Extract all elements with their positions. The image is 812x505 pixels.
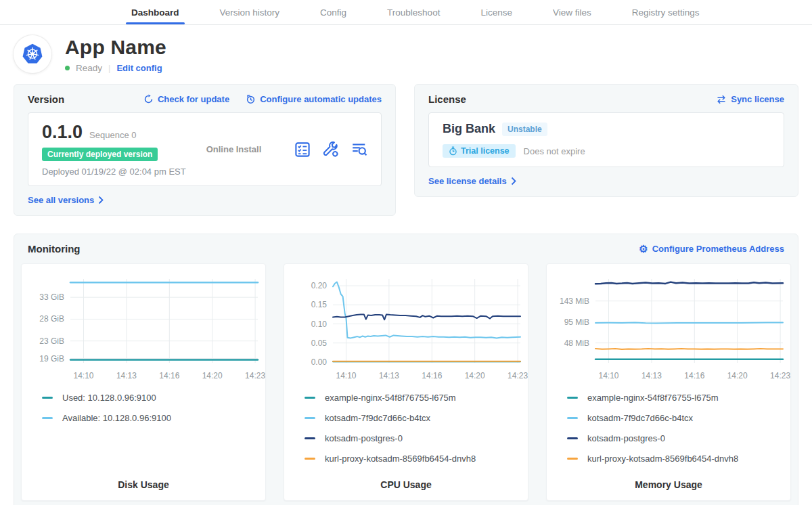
tab-view-files[interactable]: View files <box>551 0 593 24</box>
configure-automatic-updates-button[interactable]: Configure automatic updates <box>246 94 382 104</box>
legend-item: kotsadm-7f9dc7d66c-b4tcx <box>304 413 528 423</box>
svg-text:14:10: 14:10 <box>73 371 93 380</box>
ready-status-dot <box>65 66 70 70</box>
legend-item: Used: 10.128.0.96:9100 <box>42 393 265 403</box>
svg-text:14:13: 14:13 <box>116 371 137 380</box>
customer-name: Big Bank <box>443 122 495 136</box>
app-header: App Name Ready | Edit config <box>14 35 798 73</box>
svg-text:0.00: 0.00 <box>311 357 328 367</box>
legend-swatch <box>304 458 315 460</box>
svg-text:14:20: 14:20 <box>727 371 748 380</box>
legend-swatch <box>567 437 578 439</box>
memory-usage-legend: example-nginx-54f8f76755-l675mkotsadm-7f… <box>547 393 790 474</box>
kubernetes-icon <box>17 39 48 70</box>
see-all-versions-link[interactable]: See all versions <box>28 195 104 205</box>
deployed-timestamp: Deployed 01/19/22 @ 02:04 pm EST <box>42 167 186 177</box>
license-card: Big Bank Unstable Trial license <box>428 112 784 167</box>
legend-label: Used: 10.128.0.96:9100 <box>62 393 156 403</box>
svg-text:143 MiB: 143 MiB <box>560 297 589 306</box>
install-type: Online Install <box>206 144 262 154</box>
svg-text:28 GiB: 28 GiB <box>39 314 64 324</box>
see-license-details-link[interactable]: See license details <box>428 176 517 186</box>
tab-license[interactable]: License <box>479 0 514 24</box>
legend-item: kurl-proxy-kotsadm-8569fb6454-dnvh8 <box>567 454 790 464</box>
tab-registry-settings[interactable]: Registry settings <box>631 0 701 24</box>
legend-swatch <box>567 397 578 399</box>
chevron-right-icon <box>511 177 517 185</box>
svg-text:14:13: 14:13 <box>641 371 662 380</box>
app-logo <box>14 35 51 73</box>
svg-text:0.20: 0.20 <box>311 281 328 290</box>
legend-label: kotsadm-7f9dc7d66c-b4tcx <box>587 413 693 423</box>
version-number: 0.1.0 <box>42 122 83 143</box>
chevron-right-icon <box>98 196 104 204</box>
legend-label: example-nginx-54f8f76755-l675m <box>587 393 719 403</box>
current-version-card: 0.1.0 Sequence 0 Currently deployed vers… <box>28 112 382 186</box>
license-expiry: Does not expire <box>524 146 585 156</box>
svg-text:14:20: 14:20 <box>202 371 223 380</box>
legend-label: kotsadm-postgres-0 <box>587 433 665 443</box>
clock-refresh-icon <box>246 94 256 104</box>
preflight-checks-icon[interactable] <box>294 141 311 158</box>
sync-icon <box>716 95 727 104</box>
legend-swatch <box>304 437 315 439</box>
memory-usage-chart: 14:1014:1314:1614:2014:2348 MiB95 MiB143… <box>547 271 790 385</box>
stopwatch-icon <box>449 146 457 156</box>
legend-label: kurl-proxy-kotsadm-8569fb6454-dnvh8 <box>587 454 738 464</box>
disk-usage-chart-card: 14:1014:1314:1614:2014:2319 GiB23 GiB28 … <box>21 263 266 501</box>
license-panel-title: License <box>428 93 466 105</box>
channel-badge: Unstable <box>502 123 547 136</box>
legend-label: example-nginx-54f8f76755-l675m <box>325 393 456 403</box>
version-sequence: Sequence 0 <box>89 130 136 140</box>
disk-usage-chart: 14:1014:1314:1614:2014:2319 GiB23 GiB28 … <box>22 271 265 385</box>
legend-label: kotsadm-postgres-0 <box>325 433 403 443</box>
monitoring-section: Monitoring ⚙ Configure Prometheus Addres… <box>14 234 798 505</box>
legend-swatch <box>304 417 315 419</box>
svg-text:14:23: 14:23 <box>245 371 265 380</box>
legend-item: kotsadm-postgres-0 <box>304 433 528 443</box>
legend-label: kurl-proxy-kotsadm-8569fb6454-dnvh8 <box>325 454 476 464</box>
svg-text:23 GiB: 23 GiB <box>39 336 64 346</box>
app-status: Ready <box>76 63 102 73</box>
tab-troubleshoot[interactable]: Troubleshoot <box>386 0 441 24</box>
top-nav: Dashboard Version history Config Trouble… <box>0 0 812 25</box>
chart-title: CPU Usage <box>284 474 528 490</box>
svg-text:95 MiB: 95 MiB <box>564 317 589 327</box>
legend-item: kotsadm-postgres-0 <box>567 433 790 443</box>
legend-swatch <box>42 417 53 419</box>
legend-item: example-nginx-54f8f76755-l675m <box>304 393 528 403</box>
chart-title: Disk Usage <box>22 474 265 490</box>
svg-text:0.10: 0.10 <box>311 320 328 329</box>
legend-label: kotsadm-7f9dc7d66c-b4tcx <box>325 413 430 423</box>
deploy-logs-icon[interactable] <box>351 141 367 158</box>
legend-item: example-nginx-54f8f76755-l675m <box>567 393 790 403</box>
legend-item: Available: 10.128.0.96:9100 <box>42 413 265 423</box>
monitoring-title: Monitoring <box>28 243 80 255</box>
check-for-update-button[interactable]: Check for update <box>143 94 229 104</box>
svg-text:14:20: 14:20 <box>465 371 485 380</box>
gear-icon: ⚙ <box>639 244 648 254</box>
page-title: App Name <box>65 36 166 59</box>
legend-swatch <box>42 397 53 399</box>
legend-item: kurl-proxy-kotsadm-8569fb6454-dnvh8 <box>304 454 528 464</box>
license-panel: License Sync license Big Bank Unstable <box>414 84 798 197</box>
svg-text:0.05: 0.05 <box>311 338 328 348</box>
svg-text:14:16: 14:16 <box>422 371 442 380</box>
svg-text:14:13: 14:13 <box>379 371 399 380</box>
sync-license-button[interactable]: Sync license <box>716 94 784 104</box>
refresh-icon <box>143 94 154 104</box>
config-wrench-icon[interactable] <box>323 141 339 158</box>
version-panel-title: Version <box>28 93 64 105</box>
legend-label: Available: 10.128.0.96:9100 <box>62 413 171 423</box>
svg-text:48 MiB: 48 MiB <box>564 338 589 348</box>
tab-config[interactable]: Config <box>319 0 348 24</box>
svg-text:14:16: 14:16 <box>684 371 704 380</box>
legend-item: kotsadm-7f9dc7d66c-b4tcx <box>567 413 790 423</box>
tab-version-history[interactable]: Version history <box>219 0 281 24</box>
configure-prometheus-button[interactable]: ⚙ Configure Prometheus Address <box>639 244 784 254</box>
version-panel: Version Check for update Configure au <box>14 84 396 216</box>
tab-dashboard[interactable]: Dashboard <box>130 0 181 24</box>
svg-text:33 GiB: 33 GiB <box>39 292 64 302</box>
cpu-usage-legend: example-nginx-54f8f76755-l675mkotsadm-7f… <box>284 393 528 474</box>
edit-config-link[interactable]: Edit config <box>116 63 162 73</box>
